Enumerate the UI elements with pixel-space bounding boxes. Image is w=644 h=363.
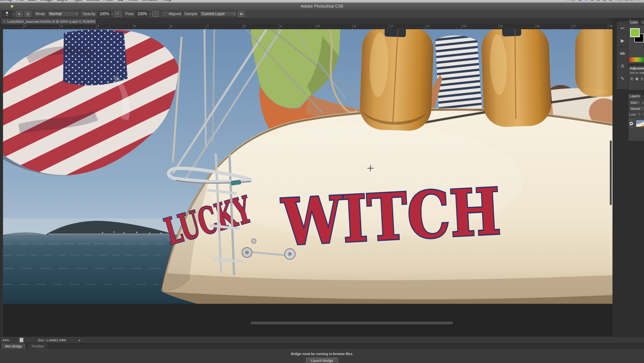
menu-help[interactable]: Help: [162, 0, 172, 2]
status-separator: [16, 338, 16, 342]
mini-bridge-panel-icon[interactable]: Mb: [617, 47, 628, 60]
tab-channels[interactable]: C: [642, 93, 644, 99]
volume-icon[interactable]: [609, 0, 612, 1]
eye-icon: [630, 122, 633, 125]
color-panel: R G B: [628, 25, 644, 64]
timemachine-icon[interactable]: [585, 0, 588, 1]
vertical-scrollbar[interactable]: [610, 140, 612, 205]
adjustments-subtitle: Add an adjustm: [628, 70, 644, 75]
lock-position-icon[interactable]: [642, 112, 644, 116]
opacity-label: Opacity:: [82, 12, 97, 16]
fender-right: [481, 29, 552, 128]
sample-select[interactable]: Current Layer ▾: [199, 11, 237, 17]
display-icon[interactable]: [591, 0, 594, 1]
menu-view[interactable]: View: [128, 0, 138, 2]
right-panel-dock: » ↩ ▶ Mb A ✎ Color Sw R G B Adjustments …: [612, 18, 644, 336]
tab-color[interactable]: Color: [628, 20, 639, 25]
canvas-area[interactable]: LUCKY WITCH: [3, 29, 612, 304]
lock-label: Lock:: [629, 113, 636, 116]
airbrush-icon[interactable]: ☄: [152, 11, 159, 17]
input-source-icon[interactable]: [579, 0, 582, 1]
tab-layers[interactable]: Layers: [628, 93, 642, 99]
layer-filter-kind-select[interactable]: Kind ▾: [629, 100, 640, 105]
tab-timeline[interactable]: Timeline: [27, 343, 48, 349]
menubar-date[interactable]: Fri 15: [565, 0, 576, 1]
menu-3d[interactable]: 3D: [118, 0, 123, 2]
brush-preset-picker[interactable]: 21: [2, 11, 12, 17]
photo-lucky-witch-boat: LUCKY WITCH: [3, 29, 612, 304]
levels-adjustment-icon[interactable]: ▦: [635, 76, 639, 81]
history-panel-icon[interactable]: ↩: [617, 22, 628, 34]
layer-visibility-toggle[interactable]: [628, 118, 634, 128]
aligned-label: Aligned: [168, 12, 181, 16]
panel-icon-strip: ↩ ▶ Mb A ✎: [616, 21, 629, 90]
bluetooth-icon[interactable]: [597, 0, 600, 1]
bottom-panel-tabs: Mini Bridge Timeline: [0, 343, 644, 349]
zoom-level-field[interactable]: 44%: [2, 338, 14, 342]
wifi-icon[interactable]: [603, 0, 606, 1]
document-icon: [19, 338, 24, 342]
menu-select[interactable]: Select: [87, 0, 99, 2]
ruler-horizontal[interactable]: 23456789101112131415161718: [0, 24, 612, 30]
menu-filter[interactable]: Filter: [103, 0, 114, 2]
foreground-color-swatch[interactable]: [630, 28, 640, 37]
menu-window[interactable]: Window: [142, 0, 158, 2]
mode-label: Mode:: [35, 12, 46, 16]
tab-mini-bridge[interactable]: Mini Bridge: [1, 343, 26, 349]
sample-value: Current Layer: [201, 12, 225, 16]
brightness-adjustment-icon[interactable]: ☀: [630, 76, 634, 81]
character-panel-icon[interactable]: A: [617, 60, 628, 72]
menu-layer[interactable]: Layer: [57, 0, 68, 2]
tablet-pressure-opacity-icon[interactable]: ✎: [115, 11, 121, 17]
opacity-caret-icon[interactable]: ▾: [112, 13, 113, 15]
toggle-clone-source-panel-icon[interactable]: ▥: [25, 11, 31, 17]
tab-swatches[interactable]: Sw: [639, 20, 644, 25]
brush-panel-icon[interactable]: ✎: [617, 72, 628, 85]
mac-menubar: Photoshop File Edit Image Layer Type Sel…: [0, 0, 644, 3]
layer-row[interactable]: [628, 118, 644, 129]
mode-select[interactable]: Normal ▾: [47, 11, 79, 17]
flow-value[interactable]: 100%: [136, 11, 149, 17]
lock-transparent-icon[interactable]: [638, 112, 641, 116]
sample-caret-icon: ▾: [234, 13, 235, 15]
ignore-adjustment-layers-icon[interactable]: ▦: [238, 11, 244, 17]
flow-caret-icon[interactable]: ▾: [149, 13, 150, 15]
flow-label: Flow:: [125, 12, 134, 16]
horizontal-scrollbar[interactable]: [251, 322, 453, 324]
opacity-value[interactable]: 100%: [98, 11, 111, 17]
filter-pixel-layers-icon[interactable]: [641, 101, 644, 105]
menu-image[interactable]: Image: [40, 0, 52, 2]
menubar-clock[interactable]: Mon 11:59 AM: [615, 0, 642, 1]
menu-type[interactable]: Type: [73, 0, 82, 2]
document-title: LuckyWitch_seacrows.N10051.tif @ 200% (L…: [7, 20, 97, 24]
shoreline-glint: [49, 234, 174, 235]
kind-value: Kind: [631, 101, 636, 104]
actions-panel-icon[interactable]: ▶: [617, 34, 628, 47]
status-options-arrow-icon[interactable]: ▶: [79, 339, 81, 341]
document-tab-bar: × LuckyWitch_seacrows.N10051.tif @ 200% …: [0, 18, 644, 25]
fender-far-right: [575, 29, 612, 97]
adjustments-panel: Adjustments Add an adjustm ☀ ▦ ◐ ▩: [628, 65, 644, 90]
brush-picker-caret-icon[interactable]: ▾: [13, 13, 14, 15]
pasteboard: [3, 304, 612, 336]
toggle-brush-panel-icon[interactable]: ▤: [16, 11, 22, 17]
aligned-checkbox[interactable]: ✓: [163, 12, 167, 16]
document-tab[interactable]: × LuckyWitch_seacrows.N10051.tif @ 200% …: [1, 18, 97, 25]
photoshop-window: Photoshop File Edit Image Layer Type Sel…: [0, 0, 644, 363]
layer-thumbnail: [636, 120, 644, 127]
color-spectrum-ramp[interactable]: [629, 57, 644, 62]
document-sizes: Doc: 1.04M/1.04M: [38, 338, 66, 342]
curves-adjustment-icon[interactable]: ◐: [640, 76, 644, 81]
launch-bridge-button[interactable]: Launch Bridge: [306, 358, 338, 363]
tool-options-bar: 21 ▾ ▤ ▥ Mode: Normal ▾ Opacity: 100% ▾ …: [0, 10, 644, 18]
mode-caret-icon: ▾: [76, 13, 78, 15]
menu-edit[interactable]: Edit: [28, 0, 36, 2]
menu-photoshop[interactable]: Photoshop: [0, 0, 12, 2]
layers-panel: Layers C Kind ▾ Normal: [628, 93, 644, 141]
brush-size-value: 21: [6, 14, 8, 16]
sample-label: Sample:: [184, 12, 198, 16]
blend-mode-select[interactable]: Normal ▾: [629, 106, 644, 111]
tab-close-icon[interactable]: ×: [3, 20, 5, 24]
menu-file[interactable]: File: [16, 0, 24, 2]
adjustments-title: Adjustments: [628, 66, 644, 70]
